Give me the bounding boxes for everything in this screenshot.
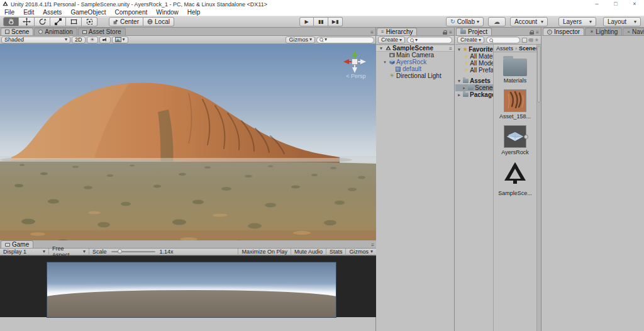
asset-item-texture[interactable]: Asset_158... (496, 89, 535, 120)
lock-icon[interactable] (443, 30, 447, 35)
maximize-on-play-button[interactable]: Maximize On Play (238, 249, 291, 255)
rect-tool-button[interactable] (66, 17, 82, 26)
pivot-center-button[interactable]: Center (109, 17, 143, 26)
panel-menu-icon[interactable]: ≡ (536, 30, 539, 35)
foldout-open-icon[interactable]: ▾ (457, 79, 462, 84)
maximize-button[interactable]: □ (606, 0, 625, 8)
favorites-all-materials-row[interactable]: ★ All Materials (455, 53, 493, 60)
panel-menu-icon[interactable]: ≡ (449, 30, 452, 35)
menu-help[interactable]: Help (183, 8, 205, 16)
minimize-button[interactable]: – (587, 0, 606, 8)
breadcrumb-scenes[interactable]: Scenes (519, 45, 539, 52)
hierarchy-item-ayersrock[interactable]: ▾ AyersRock (376, 59, 454, 65)
scene-viewport[interactable]: < Persp (0, 44, 376, 254)
save-search-icon[interactable]: ★ (535, 38, 539, 43)
favorites-all-models-row[interactable]: ★ All Models (455, 60, 493, 67)
search-by-label-icon[interactable] (528, 38, 533, 42)
foldout-open-icon[interactable]: ▾ (379, 46, 384, 51)
foldout-closed-icon[interactable]: ▸ (462, 86, 467, 91)
pivot-local-button[interactable]: Local (143, 17, 174, 26)
scale-tool-button[interactable] (50, 17, 66, 26)
panel-menu-icon[interactable]: ≡ (370, 30, 374, 35)
scene-tab-bar: Scene Animation Asset Store ≡ (0, 28, 375, 36)
2d-toggle-button[interactable]: 2D (72, 36, 86, 43)
scenes-folder-row[interactable]: ▸ Scenes (455, 84, 493, 91)
game-gizmos-dropdown[interactable]: Gizmos ▾ (345, 249, 376, 255)
account-dropdown[interactable]: Account ▾ (510, 17, 548, 26)
search-by-type-icon[interactable] (522, 38, 527, 43)
hierarchy-item-directional-light[interactable]: ☀ Directional Light (376, 72, 454, 79)
menu-edit[interactable]: Edit (19, 8, 38, 16)
game-tab-label: Game (12, 241, 29, 248)
mute-audio-button[interactable]: Mute Audio (291, 249, 326, 255)
scene-audio-toggle[interactable] (99, 36, 111, 43)
hierarchy-item-main-camera[interactable]: Main Camera (376, 52, 454, 59)
display-dropdown[interactable]: Display 1 ▾ (0, 249, 49, 255)
transform-tool-button[interactable] (82, 17, 97, 26)
pause-button[interactable]: ▮▮ (314, 17, 328, 26)
scene-gizmos-dropdown[interactable]: Gizmos ▾ (286, 36, 315, 43)
game-viewport[interactable] (0, 255, 376, 317)
cloud-button[interactable]: ☁ (488, 17, 506, 26)
hand-tool-button[interactable] (3, 17, 19, 26)
item-label: AyersRock (396, 59, 426, 65)
tab-project[interactable]: Project (456, 28, 492, 35)
asset-item-materials[interactable]: Materials (496, 56, 535, 84)
scene-lighting-toggle[interactable]: ☀ (87, 36, 98, 43)
tab-lighting[interactable]: ☀ Lighting (585, 28, 622, 35)
breadcrumb-assets[interactable]: Assets (496, 45, 513, 52)
panel-menu-icon[interactable]: ≡ (371, 242, 374, 248)
asset-item-scene[interactable]: SampleSce... (496, 161, 535, 196)
menu-component[interactable]: Component (111, 8, 152, 16)
foldout-open-icon[interactable]: ▾ (382, 60, 387, 65)
layout-dropdown[interactable]: Layout ▾ (603, 17, 641, 26)
scene-menu-icon[interactable]: ≡ (449, 46, 452, 52)
tab-scene[interactable]: Scene (1, 28, 33, 35)
hierarchy-search-input[interactable]: ▾ (407, 36, 452, 43)
step-button[interactable]: ▶▮ (328, 17, 343, 26)
scale-slider[interactable] (111, 251, 155, 252)
draw-mode-dropdown[interactable]: Shaded ▾ (1, 36, 70, 43)
foldout-open-icon[interactable]: ▾ (457, 47, 462, 52)
stats-button[interactable]: Stats (326, 249, 346, 255)
project-create-button[interactable]: Create ▾ (457, 36, 484, 43)
foldout-closed-icon[interactable]: ▸ (457, 93, 462, 98)
chevron-down-icon: ▾ (399, 38, 402, 43)
packages-root-row[interactable]: ▸ Packages (455, 91, 493, 98)
close-button[interactable]: × (625, 0, 644, 8)
inspector-body (542, 36, 644, 331)
scale-slider-knob[interactable] (118, 249, 122, 254)
hierarchy-scene-root-row[interactable]: ▾ SampleScene ≡ (376, 45, 454, 52)
menu-assets[interactable]: Assets (38, 8, 66, 16)
move-tool-button[interactable] (19, 17, 35, 26)
tab-asset-store[interactable]: Asset Store (78, 28, 126, 35)
menu-file[interactable]: File (0, 8, 19, 16)
tab-navigation[interactable]: × Navig (623, 28, 644, 35)
play-button[interactable]: ▶ (299, 17, 314, 26)
hierarchy-item-default[interactable]: default (376, 65, 454, 72)
scrollbar-thumb[interactable] (538, 46, 540, 103)
rotate-tool-button[interactable] (35, 17, 50, 26)
scene-effects-dropdown[interactable]: ▾ (112, 36, 128, 43)
assets-root-row[interactable]: ▾ Assets (455, 77, 493, 84)
asset-item-prefab[interactable]: AyersRock (496, 125, 535, 155)
collab-button[interactable]: ↻ Collab ▾ (446, 17, 484, 26)
layers-dropdown[interactable]: Layers ▾ (558, 17, 596, 26)
menu-window[interactable]: Window (152, 8, 183, 16)
scene-search-input[interactable]: ▾ (316, 36, 374, 43)
project-scrollbar[interactable] (536, 45, 541, 331)
tab-hierarchy[interactable]: ≡ Hierarchy (377, 28, 417, 35)
hierarchy-create-button[interactable]: Create ▾ (378, 36, 405, 43)
menu-gameobject[interactable]: GameObject (66, 8, 110, 16)
star-icon: ★ (464, 67, 469, 73)
project-search-input[interactable] (486, 36, 520, 43)
tab-inspector[interactable]: i Inspector (543, 28, 584, 35)
aspect-dropdown[interactable]: Free Aspect ▾ (49, 249, 89, 255)
scene-orientation-gizmo[interactable]: < Persp (342, 49, 370, 79)
projection-mode-label[interactable]: < Persp (342, 73, 370, 79)
lock-icon[interactable] (530, 30, 534, 35)
tab-animation[interactable]: Animation (34, 28, 77, 35)
tab-game[interactable]: Game (1, 240, 33, 248)
favorites-root-row[interactable]: ▾ ★ Favorites (455, 46, 493, 53)
favorites-all-prefabs-row[interactable]: ★ All Prefabs (455, 67, 493, 74)
